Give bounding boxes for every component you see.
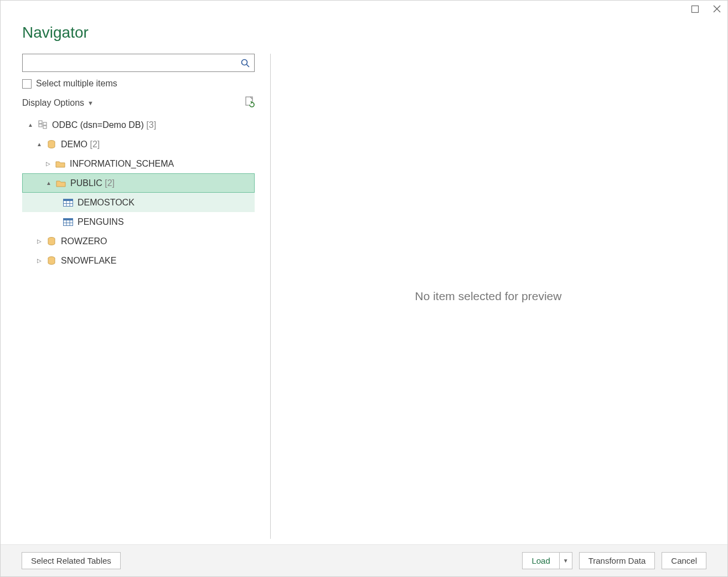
expander-icon[interactable]: ▷ (35, 257, 43, 264)
search-icon (236, 59, 254, 68)
display-options-dropdown[interactable]: Display Options ▼ (22, 98, 94, 108)
table-icon (62, 199, 74, 207)
expander-icon[interactable]: ▲ (35, 141, 43, 147)
expander-icon[interactable]: ▲ (45, 180, 53, 186)
tree-node-label: SNOWFLAKE (61, 256, 116, 266)
dialog-title: Navigator (22, 24, 706, 42)
maximize-icon (691, 6, 699, 13)
tree-node-schema[interactable]: ▷ INFORMATION_SCHEMA (22, 154, 255, 173)
svg-rect-9 (43, 122, 47, 125)
database-icon (45, 140, 58, 149)
load-dropdown-button[interactable]: ▼ (560, 552, 572, 569)
expander-icon[interactable]: ▷ (35, 238, 43, 244)
display-options-label: Display Options (22, 98, 84, 108)
transform-data-button[interactable]: Transform Data (579, 552, 655, 569)
tree-node-label: PENGUINS (78, 217, 124, 227)
dialog-header: Navigator (1, 17, 727, 44)
titlebar (1, 1, 727, 17)
refresh-button[interactable] (245, 96, 255, 110)
search-box[interactable] (22, 54, 255, 72)
select-multiple-items[interactable]: Select multiple items (22, 72, 255, 94)
datasource-icon (37, 120, 49, 130)
tree-node-database[interactable]: ▷ ROWZERO (22, 231, 255, 251)
tree-node-database[interactable]: ▲ DEMO [2] (22, 135, 255, 154)
tree-node-label: PUBLIC [2] (70, 178, 115, 188)
load-button-group: Load ▼ (522, 552, 572, 569)
footer-actions: Load ▼ Transform Data Cancel (522, 552, 706, 569)
tree-node-datasource[interactable]: ▲ ODBC (dsn=Demo DB) [3] (22, 115, 255, 135)
dialog-footer: Select Related Tables Load ▼ Transform D… (1, 544, 727, 576)
tree-node-table[interactable]: DEMOSTOCK (22, 193, 255, 212)
navigator-dialog: Navigator Select multiple items Display … (0, 0, 728, 577)
checkbox-icon (22, 79, 32, 89)
svg-rect-10 (43, 126, 47, 128)
expander-icon[interactable]: ▷ (44, 161, 52, 167)
tree-node-label: ODBC (dsn=Demo DB) [3] (52, 120, 156, 130)
navigation-panel: Select multiple items Display Options ▼ (22, 54, 266, 539)
cancel-button[interactable]: Cancel (662, 552, 706, 569)
search-input[interactable] (23, 54, 236, 71)
database-icon (45, 237, 58, 246)
tree-node-table[interactable]: PENGUINS (22, 212, 255, 231)
tree-node-label: DEMOSTOCK (78, 198, 135, 208)
navigation-tree: ▲ ODBC (dsn=Demo DB) [3] ▲ (22, 115, 255, 539)
tree-node-database[interactable]: ▷ SNOWFLAKE (22, 251, 255, 270)
tree-node-label: DEMO [2] (61, 140, 100, 150)
tree-node-label: INFORMATION_SCHEMA (70, 159, 174, 169)
dialog-body: Select multiple items Display Options ▼ (1, 44, 727, 544)
maximize-button[interactable] (690, 4, 699, 13)
caret-down-icon: ▼ (563, 558, 569, 564)
svg-rect-0 (691, 6, 698, 12)
refresh-icon (245, 96, 255, 107)
expander-icon[interactable]: ▲ (27, 122, 34, 128)
svg-point-3 (242, 59, 247, 65)
svg-rect-13 (64, 199, 73, 201)
preview-panel: No item selected for preview (270, 54, 706, 539)
database-icon (45, 256, 58, 265)
close-button[interactable] (712, 4, 721, 13)
folder-icon (54, 160, 66, 168)
load-button[interactable]: Load (522, 552, 559, 569)
tree-node-schema-public[interactable]: ▲ PUBLIC [2] (22, 173, 255, 193)
close-icon (713, 5, 721, 13)
display-options-row: Display Options ▼ (22, 94, 255, 115)
svg-rect-8 (39, 124, 42, 127)
svg-line-4 (247, 64, 250, 67)
folder-icon (55, 179, 67, 187)
tree-node-label: ROWZERO (61, 236, 107, 246)
table-icon (62, 218, 74, 226)
select-related-tables-button[interactable]: Select Related Tables (22, 552, 121, 569)
preview-empty-message: No item selected for preview (415, 290, 562, 303)
svg-rect-18 (64, 218, 73, 220)
caret-down-icon: ▼ (87, 100, 94, 106)
select-multiple-label: Select multiple items (36, 79, 117, 89)
svg-rect-7 (39, 121, 42, 123)
